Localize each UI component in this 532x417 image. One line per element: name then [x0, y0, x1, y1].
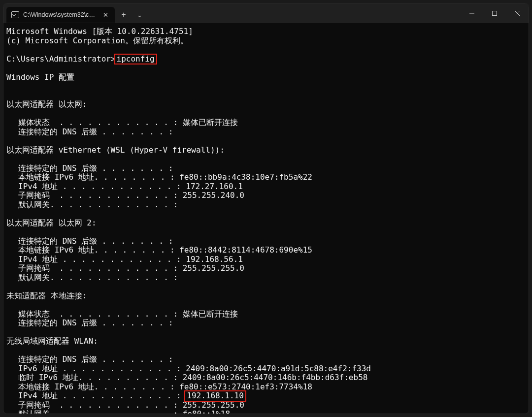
prompt: C:\Users\Administrator> [6, 54, 116, 64]
output-line: 子网掩码 . . . . . . . . . . . . : 255.255.2… [6, 264, 524, 273]
output-line: 连接特定的 DNS 后缀 . . . . . . . : [6, 164, 524, 173]
output-line: 本地链接 IPv6 地址. . . . . . . . : fe80::bb9a… [6, 173, 524, 182]
output-line: C:\Users\Administrator>ipconfig [6, 55, 524, 64]
close-icon [515, 11, 520, 16]
output-line [6, 282, 524, 291]
terminal-output[interactable]: Microsoft Windows [版本 10.0.22631.4751](c… [3, 23, 529, 414]
output-line [6, 227, 524, 237]
output-line: IPv4 地址 . . . . . . . . . . . . : 192.16… [6, 255, 524, 264]
maximize-button[interactable] [483, 3, 506, 23]
tab-close-button[interactable]: ✕ [101, 10, 110, 19]
output-line [6, 109, 524, 119]
output-line: 连接特定的 DNS 后缀 . . . . . . . : [6, 128, 524, 137]
command-highlight: ipconfig [114, 54, 157, 65]
output-line: 默认网关. . . . . . . . . . . . . : [6, 200, 524, 210]
output-line: 连接特定的 DNS 后缀 . . . . . . . : [6, 319, 524, 328]
output-line: 连接特定的 DNS 后缀 . . . . . . . : [6, 355, 524, 364]
output-line: 未知适配器 本地连接: [6, 291, 524, 301]
output-line [6, 82, 524, 91]
output-line: 默认网关. . . . . . . . . . . . . : fe80::1%… [6, 410, 524, 414]
output-line [6, 328, 524, 337]
titlebar[interactable]: C:\Windows\system32\cmd.e ✕ + ⌄ [3, 3, 529, 23]
output-line: 以太网适配器 以太网: [6, 100, 524, 109]
output-line: 子网掩码 . . . . . . . . . . . . : 255.255.2… [6, 401, 524, 410]
new-tab-button[interactable]: + [115, 7, 133, 23]
output-line: 默认网关. . . . . . . . . . . . . : [6, 273, 524, 283]
output-line: IPv4 地址 . . . . . . . . . . . . : 172.27… [6, 182, 524, 192]
terminal-window: C:\Windows\system32\cmd.e ✕ + ⌄ Microsof… [3, 3, 529, 414]
output-line: 本地链接 IPv6 地址. . . . . . . . : fe80::8442… [6, 246, 524, 255]
output-line: 媒体状态 . . . . . . . . . . . . : 媒体已断开连接 [6, 310, 524, 319]
output-line: IPv6 地址 . . . . . . . . . . . . : 2409:8… [6, 364, 524, 374]
output-line [6, 155, 524, 164]
minimize-icon [469, 11, 474, 16]
output-line: 连接特定的 DNS 后缀 . . . . . . . : [6, 237, 524, 246]
output-line: 本地链接 IPv6 地址. . . . . . . . : fe80::e573… [6, 383, 524, 392]
output-line: IPv4 地址 . . . . . . . . . . . . : 192.16… [6, 391, 524, 401]
cmd-icon [11, 11, 19, 18]
output-line: 以太网适配器 以太网 2: [6, 219, 524, 228]
svg-rect-1 [493, 11, 497, 16]
tab-dropdown-button[interactable]: ⌄ [133, 7, 146, 23]
minimize-button[interactable] [461, 3, 483, 23]
output-line: 临时 IPv6 地址. . . . . . . . . . : 2409:8a0… [6, 373, 524, 383]
output-line: 媒体状态 . . . . . . . . . . . . : 媒体已断开连接 [6, 118, 524, 128]
output-line [6, 45, 524, 55]
output-line [6, 300, 524, 310]
output-line [6, 346, 524, 355]
tab-title: C:\Windows\system32\cmd.e [23, 11, 97, 18]
output-line [6, 209, 524, 219]
output-line: (c) Microsoft Corporation。保留所有权利。 [6, 36, 524, 46]
close-button[interactable] [506, 3, 529, 23]
output-line: 子网掩码 . . . . . . . . . . . . : 255.255.2… [6, 191, 524, 200]
output-line: Microsoft Windows [版本 10.0.22631.4751] [6, 27, 524, 36]
output-line [6, 91, 524, 100]
output-line: 无线局域网适配器 WLAN: [6, 337, 524, 346]
output-line: 以太网适配器 vEthernet (WSL (Hyper-V firewall)… [6, 146, 524, 155]
output-line [6, 64, 524, 73]
tab-cmd[interactable]: C:\Windows\system32\cmd.e ✕ [6, 7, 115, 23]
output-line [6, 136, 524, 146]
maximize-icon [492, 11, 497, 16]
output-line: Windows IP 配置 [6, 73, 524, 82]
